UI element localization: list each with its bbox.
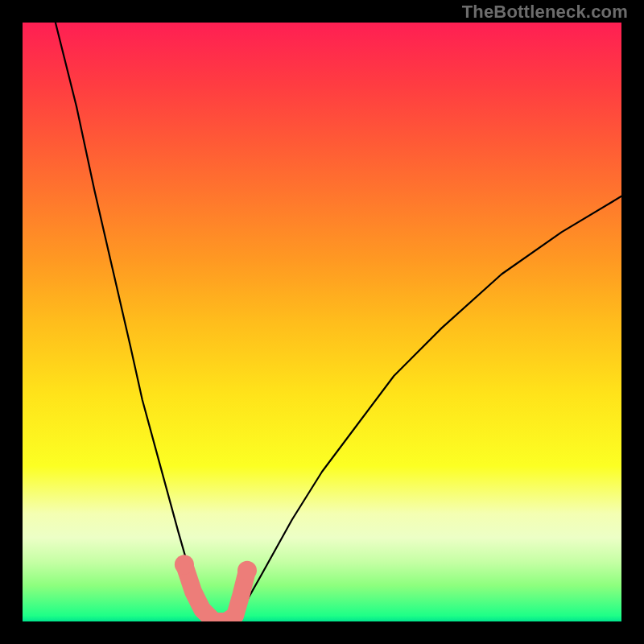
chart-frame: TheBottleneck.com (0, 0, 644, 644)
watermark-text: TheBottleneck.com (462, 2, 628, 23)
pink-overlay-curve (184, 564, 247, 621)
chart-svg (23, 23, 621, 621)
right-curve (235, 196, 621, 621)
left-curve (56, 23, 214, 621)
pink-overlay-start-dot (175, 555, 194, 574)
pink-overlay-end-dot (237, 561, 257, 580)
chart-plot-area (23, 23, 621, 621)
